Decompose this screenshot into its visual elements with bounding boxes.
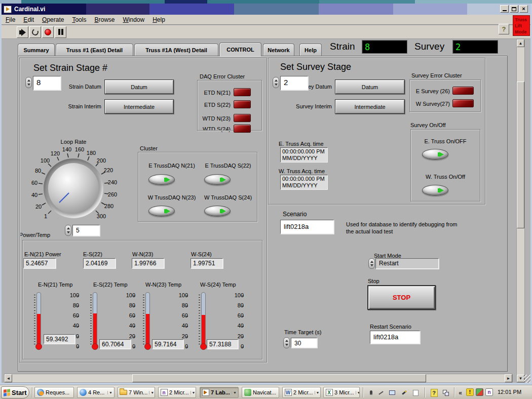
- navicat-icon: [244, 389, 251, 396]
- menubar: File Edit Operate Tools Browse Window He…: [2, 15, 530, 25]
- stop-button[interactable]: STOP: [367, 285, 436, 310]
- vertical-scrollbar[interactable]: ▲ ▼: [516, 39, 525, 383]
- tab-help[interactable]: Help: [299, 44, 322, 56]
- e-truss-onoff-button[interactable]: [422, 149, 448, 159]
- tray-divider: [454, 387, 455, 397]
- hidden-icons-chevron[interactable]: «: [457, 388, 464, 397]
- time-target-spinner[interactable]: [283, 337, 290, 348]
- run-button[interactable]: [17, 26, 28, 38]
- tab-network[interactable]: Network: [263, 44, 294, 56]
- tray-alert-icon[interactable]: !: [466, 388, 474, 396]
- scenario-input[interactable]: lift0218a: [280, 220, 334, 234]
- menu-window[interactable]: Window: [119, 15, 148, 24]
- taskbar-button-onenote-group[interactable]: n 2 Micr...▼: [158, 387, 196, 398]
- knob-ticks-needle: [28, 143, 119, 234]
- onenote-icon: n: [161, 389, 168, 396]
- time-target-input[interactable]: 30: [291, 338, 317, 348]
- loop-rate-knob[interactable]: 1 20 40 60 80 100 120 140 160 180 200 22…: [28, 143, 119, 234]
- strain-stage-input[interactable]: 8: [33, 76, 61, 90]
- close-button[interactable]: ×: [519, 5, 528, 13]
- titlebar[interactable]: Cardinal.vi ×: [2, 4, 530, 15]
- language-bar-microphone-icon[interactable]: [367, 388, 375, 397]
- scroll-up-button[interactable]: ▲: [517, 39, 524, 47]
- thermometer-fill: [93, 313, 97, 345]
- horizontal-scrollbar[interactable]: ◄ ►: [4, 374, 513, 383]
- e-trussdaq-s22-button[interactable]: [204, 174, 231, 185]
- show-desktop-icon[interactable]: [411, 388, 420, 397]
- thermometer-bulb: [200, 343, 207, 350]
- menu-file[interactable]: File: [2, 15, 19, 24]
- taskbar-button-remote-group[interactable]: 4 Re...▼: [77, 387, 115, 398]
- survey-datum-button[interactable]: Datum: [335, 79, 405, 94]
- tab-truss1-east[interactable]: Truss #1 (East) Detail: [56, 44, 133, 56]
- group-dropdown-icon[interactable]: ▼: [232, 391, 237, 394]
- thermometer-ticks: [34, 295, 35, 346]
- tray-network-status-icon[interactable]: [476, 388, 483, 396]
- group-dropdown-icon[interactable]: ▼: [315, 391, 320, 394]
- maximize-button[interactable]: [510, 5, 518, 13]
- strain-datum-button[interactable]: Datum: [104, 79, 174, 94]
- strain-stage-display: 8: [362, 40, 407, 54]
- run-continuous-button[interactable]: [29, 26, 41, 38]
- loop-rate-spinner[interactable]: [65, 225, 71, 236]
- taskbar-button-word-group[interactable]: W 2 Micr...▼: [282, 387, 321, 398]
- journal-pen-icon[interactable]: [400, 388, 408, 397]
- strain-stage-label: Strain: [330, 41, 355, 52]
- loop-icon: [31, 28, 40, 36]
- knob-tick: 160: [75, 146, 84, 152]
- tablet-screen-icon[interactable]: [388, 388, 396, 397]
- taskbar-button-navicat[interactable]: Navicat...: [242, 387, 279, 398]
- restart-scenario-input[interactable]: lift0218a: [370, 331, 420, 344]
- thermometer-en21: 100 80 60 40 20 0 59.3492: [23, 291, 79, 353]
- minimize-button[interactable]: [500, 5, 509, 13]
- e-trussdaq-n21-button[interactable]: [148, 174, 175, 185]
- menu-help[interactable]: Help: [148, 15, 169, 24]
- help-icon[interactable]: ?: [430, 388, 438, 397]
- taskbar-button-windows-group[interactable]: 7 Win...▼: [118, 387, 155, 398]
- start-mode-field[interactable]: Restart: [375, 258, 439, 269]
- group-dropdown-icon[interactable]: ▼: [107, 391, 112, 394]
- taskbar-button-labview-group[interactable]: 7 Lab...▼: [200, 387, 239, 398]
- context-help-button[interactable]: ?: [499, 24, 509, 34]
- group-dropdown-icon[interactable]: ▼: [191, 391, 196, 394]
- strain-stage-spinner[interactable]: [25, 77, 32, 88]
- green-arrow-icon: [221, 209, 226, 214]
- window-switcher-icon[interactable]: [442, 388, 450, 397]
- language-bar-handwriting-icon[interactable]: [377, 388, 385, 397]
- start-mode-spinner[interactable]: [368, 258, 375, 269]
- group-dropdown-icon[interactable]: ▼: [356, 391, 360, 394]
- temp-value: 57.3188: [207, 339, 238, 349]
- strain-interim-button[interactable]: Intermediate: [104, 99, 174, 114]
- tray-onenote-icon[interactable]: n: [485, 388, 493, 396]
- tab-control[interactable]: CONTROL: [219, 43, 261, 56]
- green-arrow-icon: [166, 177, 170, 182]
- thermometer-tube: [93, 292, 97, 346]
- survey-stage-spinner[interactable]: [273, 77, 279, 88]
- resize-grip[interactable]: [523, 375, 530, 383]
- abort-button[interactable]: [42, 26, 54, 38]
- thermometer-ws24: 100 80 60 40 20 0 57.3188: [188, 291, 244, 353]
- knob-tick: 180: [87, 150, 96, 156]
- start-button[interactable]: Start: [1, 386, 29, 398]
- taskbar-button-firefox[interactable]: Reques...: [34, 387, 74, 398]
- menu-edit[interactable]: Edit: [19, 15, 38, 24]
- tab-truss1a-west[interactable]: Truss #1A (West) Detail: [134, 44, 218, 56]
- scroll-right-button[interactable]: ►: [505, 374, 512, 382]
- scroll-left-button[interactable]: ◄: [5, 374, 12, 382]
- tab-summary[interactable]: Summary: [18, 44, 55, 56]
- vertical-scroll-thumb[interactable]: [517, 82, 524, 228]
- w-trussdaq-s24-button[interactable]: [204, 206, 231, 216]
- horizontal-scroll-thumb[interactable]: [132, 374, 426, 382]
- w-trussdaq-n23-button[interactable]: [148, 206, 175, 216]
- taskbar-button-excel-group[interactable]: X 3 Micr...▼: [323, 387, 360, 398]
- pause-button[interactable]: [55, 26, 66, 38]
- menu-browse[interactable]: Browse: [90, 15, 119, 24]
- thermometer-bulb: [144, 343, 151, 350]
- group-dropdown-icon[interactable]: ▼: [149, 391, 154, 394]
- menu-tools[interactable]: Tools: [68, 15, 90, 24]
- menu-operate[interactable]: Operate: [38, 15, 68, 24]
- survey-stage-input[interactable]: 2: [280, 76, 308, 90]
- loop-rate-input[interactable]: 5: [72, 225, 100, 236]
- survey-interim-button[interactable]: Intermediate: [335, 99, 405, 114]
- w-truss-onoff-button[interactable]: [422, 185, 448, 195]
